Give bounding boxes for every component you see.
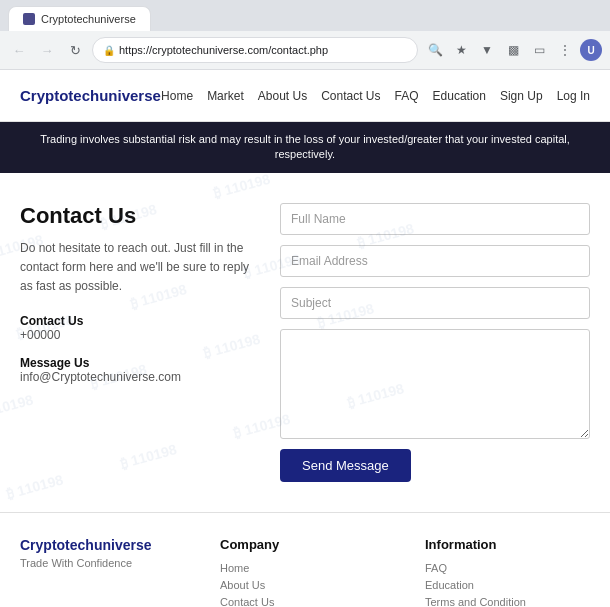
- footer-brand-tagline: Trade With Confidence: [20, 557, 180, 569]
- page-title: Contact Us: [20, 203, 260, 229]
- contact-phone-section: Contact Us +00000: [20, 314, 260, 342]
- contact-form: Send Message: [280, 203, 590, 482]
- contact-email-label: Message Us: [20, 356, 260, 370]
- tab-title: Cryptotechuniverse: [41, 13, 136, 25]
- full-name-input[interactable]: [280, 203, 590, 235]
- nav-login[interactable]: Log In: [557, 89, 590, 103]
- browser-chrome: Cryptotechuniverse ← → ↻ 🔒 https://crypt…: [0, 0, 610, 70]
- subject-input[interactable]: [280, 287, 590, 319]
- send-message-button[interactable]: Send Message: [280, 449, 411, 482]
- banner-text: Trading involves substantial risk and ma…: [40, 133, 570, 160]
- site-nav: Home Market About Us Contact Us FAQ Educ…: [161, 89, 590, 103]
- menu-icon[interactable]: ⋮: [554, 39, 576, 61]
- url-text: https://cryptotechuniverse.com/contact.p…: [119, 44, 328, 56]
- footer-info-col: Information FAQ Education Terms and Cond…: [425, 537, 590, 607]
- nav-signup[interactable]: Sign Up: [500, 89, 543, 103]
- footer-brand-name: Cryptotechuniverse: [20, 537, 180, 553]
- contact-email-section: Message Us info@Cryptotechuniverse.com: [20, 356, 260, 384]
- contact-info: Contact Us Do not hesitate to reach out.…: [20, 203, 260, 482]
- contact-phone-value: +00000: [20, 328, 260, 342]
- browser-tabs: Cryptotechuniverse: [0, 0, 610, 31]
- cast-icon[interactable]: ▩: [502, 39, 524, 61]
- footer-company-about[interactable]: About Us: [220, 579, 385, 591]
- profile-icon[interactable]: U: [580, 39, 602, 61]
- nav-faq[interactable]: FAQ: [395, 89, 419, 103]
- main-content: Contact Us Do not hesitate to reach out.…: [0, 173, 610, 512]
- contact-description: Do not hesitate to reach out. Just fill …: [20, 239, 260, 297]
- site-header: Cryptotechuniverse Home Market About Us …: [0, 70, 610, 122]
- footer-company-col: Company Home About Us Contact Us: [220, 537, 385, 607]
- footer-info-education[interactable]: Education: [425, 579, 590, 591]
- bookmark-icon[interactable]: ★: [450, 39, 472, 61]
- message-textarea[interactable]: [280, 329, 590, 439]
- toolbar-icons: 🔍 ★ ▼ ▩ ▭ ⋮ U: [424, 39, 602, 61]
- lock-icon: 🔒: [103, 45, 115, 56]
- footer-info-heading: Information: [425, 537, 590, 552]
- back-button[interactable]: ←: [8, 39, 30, 61]
- contact-email-value: info@Cryptotechuniverse.com: [20, 370, 260, 384]
- email-input[interactable]: [280, 245, 590, 277]
- footer-company-contact[interactable]: Contact Us: [220, 596, 385, 607]
- site-logo: Cryptotechuniverse: [20, 87, 161, 104]
- risk-banner: Trading involves substantial risk and ma…: [0, 122, 610, 173]
- tab-favicon: [23, 13, 35, 25]
- footer-company-home[interactable]: Home: [220, 562, 385, 574]
- footer-info-faq[interactable]: FAQ: [425, 562, 590, 574]
- contact-phone-label: Contact Us: [20, 314, 260, 328]
- footer-top: Cryptotechuniverse Trade With Confidence…: [20, 537, 590, 607]
- browser-toolbar: ← → ↻ 🔒 https://cryptotechuniverse.com/c…: [0, 31, 610, 69]
- reload-button[interactable]: ↻: [64, 39, 86, 61]
- footer-company-heading: Company: [220, 537, 385, 552]
- nav-market[interactable]: Market: [207, 89, 244, 103]
- footer-info-terms[interactable]: Terms and Condition: [425, 596, 590, 607]
- nav-education[interactable]: Education: [433, 89, 486, 103]
- nav-home[interactable]: Home: [161, 89, 193, 103]
- extensions-icon[interactable]: ▼: [476, 39, 498, 61]
- search-icon[interactable]: 🔍: [424, 39, 446, 61]
- footer-brand: Cryptotechuniverse Trade With Confidence: [20, 537, 180, 607]
- nav-contact[interactable]: Contact Us: [321, 89, 380, 103]
- active-tab[interactable]: Cryptotechuniverse: [8, 6, 151, 31]
- site-footer: Cryptotechuniverse Trade With Confidence…: [0, 512, 610, 607]
- nav-about[interactable]: About Us: [258, 89, 307, 103]
- snapshot-icon[interactable]: ▭: [528, 39, 550, 61]
- address-bar[interactable]: 🔒 https://cryptotechuniverse.com/contact…: [92, 37, 418, 63]
- forward-button[interactable]: →: [36, 39, 58, 61]
